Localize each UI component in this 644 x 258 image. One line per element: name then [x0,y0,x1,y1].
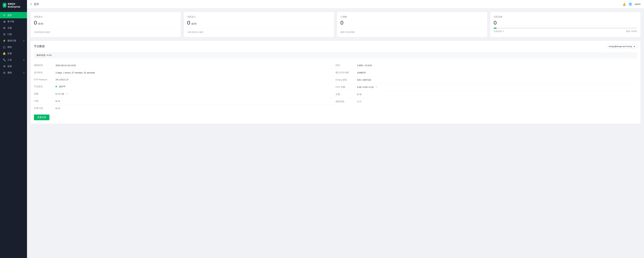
menu-toggle-icon[interactable]: ≡ [30,3,32,6]
stat-unit: 条/秒 [38,22,43,25]
detail-value: 7 / 7 [357,100,361,103]
detail-value: 0 / 0 [56,100,60,102]
client-icon: 🖥 [3,20,6,23]
module-icon: ◫ [3,46,6,49]
monitor-icon: ⊙ [3,14,6,17]
connections-progress-fill [494,28,496,29]
detail-col-right: 内存: 2.85G / 15.51G 最大文件句柄: 1048576 Erlan… [336,62,637,112]
detail-label: CPU 负载: [336,86,356,89]
sidebar-item-label: 工具 [8,58,12,61]
sidebar-item-module[interactable]: ◫ 模块 [0,44,27,50]
detail-row-cpu-load: CPU 负载: 0.00 / 0.05 / 0.10 ⓘ [336,84,637,91]
detail-label: OTP Release: [34,78,54,81]
subscribe-icon: ☰ [3,33,6,36]
info-icon[interactable]: ⓘ [376,86,378,89]
detail-row-node-status: 节点状态: 运行中 [34,83,336,90]
sidebar-item-label: 通用 [8,71,12,74]
stat-label-connections: 活跃连接 [494,15,637,18]
detail-value: 1048576 [357,71,366,74]
sidebar-item-topic[interactable]: ⊞ 主题 [0,25,27,31]
detail-value: 2 days, 1 hours, 27 minutes, 31 seconds [56,71,95,74]
language-globe-icon[interactable]: 🌐 [629,2,632,6]
version-info: 版本信息: 4.4.6 [34,52,637,58]
detail-value: 2022-08-10 16:14:52 [56,64,76,67]
detail-value: 0 / 0 [56,107,60,110]
node-selector-value: emqx@emqx-ee-0.emq: [609,45,632,48]
stat-number: 0 [34,20,37,26]
node-selector-dropdown[interactable]: emqx@emqx-ee-0.emq: ▾ [606,44,637,49]
sidebar-item-label: 告警 [8,52,12,55]
stat-card-subscriptions: 订阅数 0 集群订阅关系数 [337,12,488,37]
detail-label: Erlang 进程: [336,78,356,81]
connections-progress-bar [494,28,637,29]
detail-label: 订阅: [34,100,54,103]
sidebar-item-client[interactable]: 🖥 客户端 [0,18,27,25]
sidebar-item-label: 设置 [8,65,12,68]
stat-value-message-in: 0 条/秒 [187,20,330,26]
node-details: 系统时间: 2022-08-10 16:14:52 运行时长: 2 days, … [34,62,637,112]
view-details-button[interactable]: 查看详情 [34,115,50,120]
detail-value: 2.85G / 15.51G [357,64,372,67]
connections-limit: 限制: 5000K [626,30,637,33]
sidebar-item-settings[interactable]: ⚙ 设置 [0,63,27,70]
detail-value: 运行中 [59,85,66,88]
detail-value: 0.00 / 0.05 / 0.10 [357,86,374,88]
sidebar-item-monitor[interactable]: ⊙ 监控 [0,12,27,18]
detail-label: 共享订阅: [34,107,54,110]
tools-icon: 🔧 [3,58,6,61]
topbar: ≡ 监控 🔔 🌐 admin [27,0,644,8]
sidebar-item-general[interactable]: ⊟ 通用 ▾ [0,70,27,76]
detail-row-uptime: 运行时长: 2 days, 1 hours, 27 minutes, 31 se… [34,69,336,76]
stat-card-message-in: 消息流入 0 条/秒 当前消息流入速度 [184,12,334,37]
stat-label-message-out: 消息发出 [34,15,177,18]
detail-value: 0 / 0 [357,93,361,96]
sidebar-item-rules[interactable]: ⚡ 规则引擎 ▾ [0,38,27,44]
connections-total: 全部连接: 0 [494,30,504,33]
connections-footer: 全部连接: 0 限制: 5000K [494,30,637,33]
detail-col-left: 系统时间: 2022-08-10 16:14:52 运行时长: 2 days, … [34,62,336,112]
connections-progress-container [494,28,637,29]
stat-desc-message-in: 当前消息流入速度 [187,29,330,34]
detail-value: 0 / 0 / 33 [56,93,64,95]
chevron-down-icon: ▾ [634,45,635,48]
stat-value-connections: 0 [494,20,637,26]
node-section-header: 节点数据 emqx@emqx-ee-0.emq: ▾ [34,44,637,49]
logo-icon: E [3,3,6,7]
sidebar-item-tools[interactable]: 🔧 工具 ▾ [0,57,27,63]
content-area: 消息发出 0 条/秒 当前消息发出速度 消息流入 0 条/秒 当前消息流入速度 … [27,8,644,258]
detail-label: 保留消息: [336,100,356,103]
detail-label: 最大文件句柄: [336,71,356,74]
detail-row-shared-subscriptions: 共享订阅: 0 / 0 [34,105,336,112]
stats-row: 消息发出 0 条/秒 当前消息发出速度 消息流入 0 条/秒 当前消息流入速度 … [30,12,640,37]
notification-bell-icon[interactable]: 🔔 [622,2,626,6]
user-account[interactable]: admin [635,3,640,5]
chevron-down-icon: ▾ [24,40,24,42]
sidebar-item-subscribe[interactable]: ☰ 订阅 [0,31,27,38]
detail-label: 连接: [34,92,54,95]
sidebar-item-alarm[interactable]: 🔔 告警 [0,50,27,57]
stat-number: 0 [340,20,344,26]
sidebar-nav: ⊙ 监控 🖥 客户端 ⊞ 主题 ☰ 订阅 ⚡ 规则引擎 ▾ ◫ 模块 🔔 告警 [0,11,27,258]
sidebar-logo: E EMQX Enterprise [0,0,27,11]
sidebar: E EMQX Enterprise ⊙ 监控 🖥 客户端 ⊞ 主题 ☰ 订阅 ⚡… [0,0,27,258]
chevron-down-icon: ▾ [24,72,24,74]
stat-number: 0 [494,20,497,26]
sidebar-item-label: 主题 [8,26,12,29]
node-section: 节点数据 emqx@emqx-ee-0.emq: ▾ 版本信息: 4.4.6 系… [30,41,640,124]
detail-label: 主题: [336,93,356,96]
main-area: ≡ 监控 🔔 🌐 admin 消息发出 0 条/秒 当前消息发出速度 消息流入 [27,0,644,258]
node-section-title: 节点数据 [34,45,45,48]
sidebar-item-label: 客户端 [8,20,14,23]
logo-text: EMQX Enterprise [8,2,24,8]
detail-row-system-time: 系统时间: 2022-08-10 16:14:52 [34,62,336,69]
detail-row-memory: 内存: 2.85G / 15.51G [336,62,637,69]
sidebar-item-label: 模块 [8,46,12,49]
page-title: 监控 [34,2,39,6]
detail-label: 内存: [336,64,356,67]
stat-number: 0 [187,20,190,26]
detail-label: 系统时间: [34,64,54,67]
detail-label: 节点状态: [34,85,54,88]
sidebar-item-label: 订阅 [8,33,12,36]
info-icon[interactable]: ⓘ [66,93,68,95]
settings-icon: ⚙ [3,65,6,68]
